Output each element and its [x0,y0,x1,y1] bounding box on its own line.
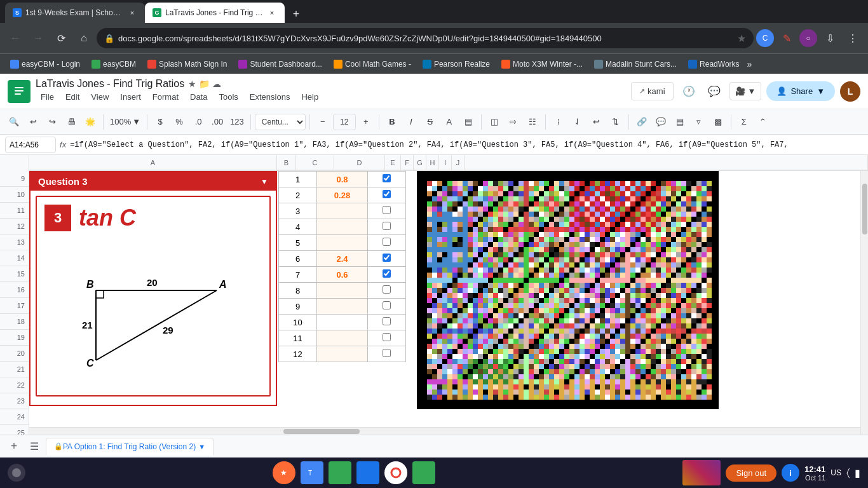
menu-tools[interactable]: Tools [214,90,243,104]
answer-cell-6[interactable]: 2.4 [317,251,368,267]
tab-close-sheets[interactable]: × [267,8,277,18]
wrap-button[interactable]: ↩ [588,113,606,131]
bookmark-pearson[interactable]: Pearson Realize [417,57,495,72]
bookmark-moto[interactable]: Moto X3M Winter -... [496,57,588,72]
col-header-I[interactable]: I [439,155,452,170]
menu-file[interactable]: File [36,90,59,104]
checkbox-3[interactable] [368,203,406,219]
answer-cell-4[interactable] [317,219,368,235]
horizontal-scrollbar[interactable] [29,427,860,435]
scroll-thumb[interactable] [862,184,867,234]
expand-button[interactable]: ⌃ [754,113,772,131]
checkbox-4[interactable] [368,219,406,235]
col-header-D[interactable]: D [334,155,385,170]
chart-button[interactable]: ▤ [671,113,689,131]
filter-button[interactable]: ▿ [690,113,708,131]
freeze-button[interactable]: ▩ [709,113,727,131]
search-toolbar-btn[interactable]: 🔍 [5,113,23,131]
bookmark-easycbm[interactable]: easyCBM [86,57,141,72]
zoom-select[interactable]: 100% ▼ [107,113,143,131]
taskbar-app-2[interactable]: T [301,461,323,484]
comment-button[interactable]: 💬 [704,81,724,102]
italic-button[interactable]: I [402,113,420,131]
answer-cell-1[interactable]: 0.8 [317,172,368,187]
font-size-box[interactable]: 12 [333,114,356,130]
checkbox-8[interactable] [368,283,406,299]
forward-button[interactable]: → [28,28,48,48]
cell-reference-box[interactable]: A14:A56 [5,137,56,153]
redo-button[interactable]: ↪ [43,113,61,131]
new-tab-button[interactable]: + [287,5,305,23]
answer-cell-9[interactable] [317,299,368,315]
menu-edit[interactable]: Edit [60,90,85,104]
user-avatar[interactable]: L [840,81,860,102]
checkbox-2[interactable] [368,187,406,203]
extensions-button[interactable]: C [756,29,774,47]
menu-help[interactable]: Help [296,90,323,104]
text-color-button[interactable]: A [440,113,458,131]
print-button[interactable]: 🖶 [62,113,80,131]
font-size-decrease[interactable]: − [314,113,332,131]
decimal-inc-button[interactable]: .00 [208,113,226,131]
menu-data[interactable]: Data [185,90,212,104]
col-header-B[interactable]: B [277,155,296,170]
taskbar-app-4[interactable] [356,461,379,484]
taskbar-app-5[interactable] [412,461,435,484]
taskbar-thumbnail[interactable] [682,460,721,485]
share-button[interactable]: 👤 Share ▼ [766,81,835,101]
bookmark-readworks[interactable]: ReadWorks [683,57,744,72]
bookmark-splash[interactable]: Splash Math Sign In [142,57,232,72]
paint-format-button[interactable]: 🌟 [81,113,99,131]
link-button[interactable]: 🔗 [633,113,651,131]
valign-button[interactable]: ⇃ [569,113,587,131]
currency-button[interactable]: $ [151,113,169,131]
checkbox-6[interactable] [368,251,406,267]
taskbar-app-1[interactable]: ★ [273,461,295,484]
taskbar-app-3[interactable] [329,461,351,484]
align-button[interactable]: ⁞ [550,113,567,131]
kami-button[interactable]: ↗ kami [631,82,673,100]
answer-cell-11[interactable] [317,330,368,346]
back-button[interactable]: ← [5,28,25,48]
hscroll-thumb[interactable] [283,429,360,434]
comment-toolbar-btn[interactable]: 💬 [652,113,670,131]
more-formats-button[interactable]: ☷ [524,113,541,131]
rotate-button[interactable]: ⇅ [607,113,625,131]
bookmark-easycbm-login[interactable]: easyCBM - Login [5,57,85,72]
col-header-F[interactable]: F [401,155,414,170]
formula-input[interactable]: =if(A9="Select a Question", FA2, if(A9="… [70,140,863,149]
merge-button[interactable]: ⇨ [505,113,522,131]
checkbox-10[interactable] [368,315,406,330]
col-header-J[interactable]: J [452,155,465,170]
answer-cell-7[interactable]: 0.6 [317,267,368,283]
profile-circle[interactable]: ○ [799,29,817,47]
menu-format[interactable]: Format [147,90,184,104]
star-icon[interactable]: ★ [188,79,196,89]
strikethrough-button[interactable]: S [421,113,439,131]
add-sheet-button[interactable]: + [5,438,23,456]
decimal-dec-button[interactable]: .0 [189,113,207,131]
answer-cell-2[interactable]: 0.28 [317,187,368,203]
edit-button[interactable]: ✎ [776,28,797,48]
tab-schoology[interactable]: S 1st 9-Weeks Exam | Schoology × [5,3,145,23]
menu-view[interactable]: View [86,90,114,104]
bookmarks-more-button[interactable]: » [747,59,752,69]
taskbar-chrome[interactable] [384,461,407,484]
checkbox-12[interactable] [368,346,406,362]
checkbox-11[interactable] [368,330,406,346]
fill-color-button[interactable]: ▤ [459,113,477,131]
sheet-menu-button[interactable]: ☰ [25,438,43,456]
tab-close-schoology[interactable]: × [127,8,137,18]
active-sheet-tab[interactable]: 🔒 PA Option 1: Find Trig Ratio (Version … [46,438,214,456]
checkbox-9[interactable] [368,299,406,315]
windows-icon[interactable] [8,464,25,482]
col-header-E[interactable]: E [385,155,401,170]
col-header-G[interactable]: G [414,155,426,170]
bookmark-student[interactable]: Student Dashboard... [233,57,327,72]
bookmark-coolmath[interactable]: Cool Math Games - [329,57,416,72]
col-header-H[interactable]: H [426,155,439,170]
answer-cell-10[interactable] [317,315,368,330]
vertical-scrollbar[interactable] [860,171,868,435]
cloud-icon[interactable]: ☁ [212,79,221,89]
home-button[interactable]: ⌂ [74,28,94,48]
